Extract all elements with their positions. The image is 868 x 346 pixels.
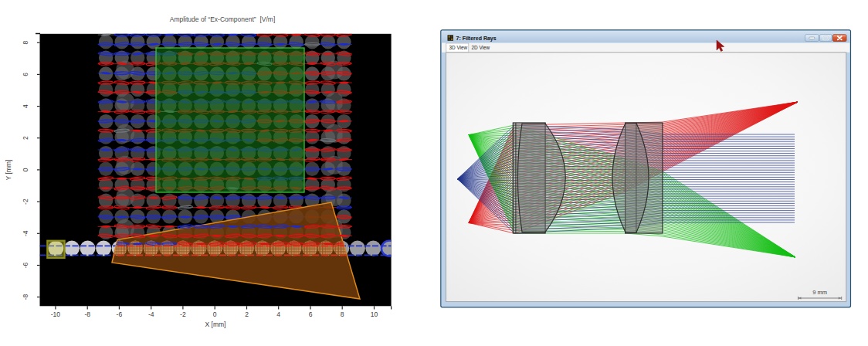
svg-text:-4: -4 — [148, 310, 154, 318]
svg-text:-8: -8 — [84, 310, 90, 318]
svg-text:10: 10 — [371, 310, 378, 318]
svg-text:-6: -6 — [22, 262, 29, 268]
svg-text:6: 6 — [22, 73, 29, 76]
svg-text:0: 0 — [213, 310, 217, 318]
svg-text:-6: -6 — [117, 310, 123, 318]
svg-text:-8: -8 — [22, 294, 29, 300]
svg-text:2D View: 2D View — [472, 45, 490, 50]
svg-text:8: 8 — [341, 310, 344, 318]
svg-text:4: 4 — [276, 310, 280, 318]
svg-text:Amplitude of “Ex-Component” [: Amplitude of “Ex-Component” [V/m] — [170, 15, 276, 23]
svg-text:-10: -10 — [51, 310, 61, 318]
svg-text:0: 0 — [22, 168, 29, 171]
svg-text:2: 2 — [245, 310, 249, 318]
svg-text:-4: -4 — [22, 230, 29, 236]
svg-text:7: Filtered Rays: 7: Filtered Rays — [456, 36, 497, 42]
svg-text:6: 6 — [309, 310, 313, 318]
svg-text:9 mm: 9 mm — [812, 289, 827, 296]
svg-text:4: 4 — [22, 104, 29, 108]
svg-text:8: 8 — [22, 41, 29, 45]
svg-text:-2: -2 — [22, 198, 29, 205]
svg-text:X [mm]: X [mm] — [205, 321, 226, 328]
svg-text:Y [mm]: Y [mm] — [5, 160, 12, 181]
svg-text:2: 2 — [22, 136, 29, 140]
svg-text:3D View: 3D View — [449, 45, 468, 50]
svg-text:-2: -2 — [180, 310, 186, 318]
